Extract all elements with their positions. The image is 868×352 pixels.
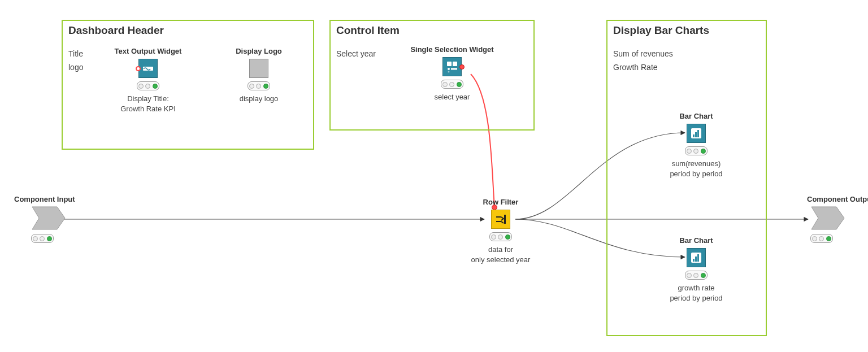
row-filter-icon (491, 210, 510, 229)
node-row-filter[interactable]: Row Filter data for only selected year (455, 198, 546, 264)
node-display-logo[interactable]: Display Logo display logo (214, 47, 304, 104)
component-output-icon (810, 206, 847, 231)
node-caption: data for only selected year (455, 245, 546, 264)
group-subtitle: Select year (336, 49, 376, 58)
node-title: Row Filter (455, 198, 546, 206)
component-input-icon (31, 206, 67, 231)
text-output-icon (138, 59, 158, 78)
svg-rect-7 (504, 215, 506, 224)
node-single-selection-widget[interactable]: Single Selection Widget select year (407, 45, 497, 102)
bar-chart-icon (687, 124, 706, 143)
node-title: Single Selection Widget (407, 45, 497, 54)
node-caption: sum(revenues) period by period (651, 159, 741, 179)
status-lights (137, 81, 159, 90)
svg-rect-10 (695, 132, 697, 137)
node-caption: display logo (214, 94, 304, 104)
svg-rect-13 (693, 259, 695, 262)
svg-point-4 (448, 68, 450, 70)
svg-rect-5 (451, 68, 457, 70)
selection-widget-icon (442, 57, 462, 76)
node-title: Text Output Widget (103, 47, 193, 55)
node-component-input[interactable]: Component Input (31, 195, 99, 246)
node-title: Component Output (807, 195, 868, 203)
status-lights (685, 146, 708, 155)
svg-rect-9 (693, 134, 695, 137)
node-component-output[interactable]: Component Output (809, 195, 868, 246)
svg-rect-11 (697, 130, 699, 137)
node-title: Bar Chart (651, 236, 741, 245)
group-title: Dashboard Header (68, 24, 164, 37)
svg-rect-14 (695, 257, 697, 262)
status-lights (31, 234, 54, 243)
display-logo-icon (249, 59, 268, 78)
node-title: Component Input (14, 195, 99, 203)
svg-rect-2 (447, 62, 452, 66)
node-caption: Display Title: Growth Rate KPI (103, 94, 193, 114)
node-title: Display Logo (214, 47, 304, 55)
bar-chart-icon (687, 248, 706, 267)
status-lights (489, 232, 512, 241)
node-bar-chart-2[interactable]: Bar Chart growth rate period by period (651, 236, 741, 303)
status-lights (441, 80, 463, 89)
group-title: Control Item (336, 24, 400, 37)
node-caption: select year (407, 92, 497, 102)
group-subtitle: Sum of revenues (613, 49, 673, 58)
group-subtitle: Title (68, 49, 83, 58)
node-text-output-widget[interactable]: Text Output Widget Display Title: Growth… (103, 47, 193, 114)
node-title: Bar Chart (651, 112, 741, 120)
node-caption: growth rate period by period (651, 283, 741, 303)
group-subtitle: Growth Rate (613, 63, 658, 72)
node-bar-chart-1[interactable]: Bar Chart sum(revenues) period by period (651, 112, 741, 179)
svg-point-6 (448, 71, 450, 73)
workflow-canvas[interactable]: Dashboard Header Title logo Control Item… (0, 0, 868, 352)
group-subtitle: logo (68, 63, 83, 72)
status-lights (248, 81, 270, 90)
svg-rect-3 (453, 62, 457, 66)
svg-rect-15 (697, 254, 699, 262)
group-title: Display Bar Charts (613, 24, 709, 37)
status-lights (685, 271, 708, 280)
status-lights (810, 234, 833, 243)
